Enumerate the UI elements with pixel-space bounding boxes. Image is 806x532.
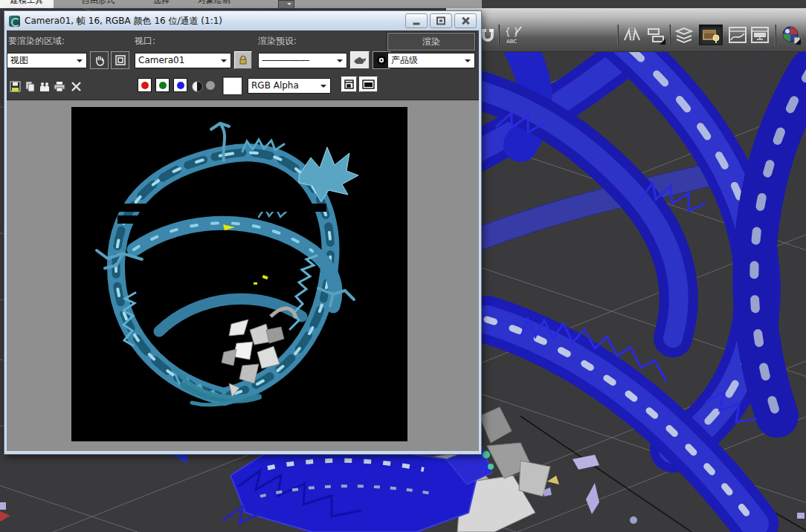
- edit-region-hand-icon[interactable]: [90, 51, 109, 69]
- render-setup-teapot-icon[interactable]: [350, 51, 370, 69]
- minimize-button[interactable]: [405, 13, 428, 28]
- ribbon-tab-modeling[interactable]: 建模工具: [0, 0, 54, 8]
- ribbon-tabs: 建模工具 自由形式 选择 对象绘制: [0, 0, 482, 8]
- preset-label: 渲染预设:: [258, 35, 297, 48]
- viewport-combo[interactable]: Camera01: [135, 53, 231, 68]
- toggle-ui-icon[interactable]: [359, 77, 378, 92]
- lock-viewport-icon[interactable]: [234, 51, 252, 69]
- print-image-icon[interactable]: [53, 80, 66, 93]
- window-title: Camera01, 帧 16, RGBA 颜色 16 位/通道 (1:1): [25, 15, 403, 27]
- align-icon[interactable]: [645, 25, 666, 45]
- main-toolbar: { } ABC 创建选择集: [446, 8, 806, 52]
- render-window-icon: [9, 16, 20, 27]
- viewport-label: 视口:: [135, 35, 155, 48]
- clear-image-icon[interactable]: [69, 80, 83, 93]
- ribbon-minimize-icon[interactable]: [278, 0, 294, 8]
- render-quality-combo[interactable]: 产品级: [387, 53, 475, 68]
- background-color-swatch[interactable]: [222, 77, 242, 95]
- svg-text:ABC: ABC: [506, 39, 517, 45]
- close-button[interactable]: [454, 13, 477, 28]
- area-to-render-combo[interactable]: 视图: [7, 53, 87, 68]
- window-titlebar[interactable]: Camera01, 帧 16, RGBA 颜色 16 位/通道 (1:1): [4, 11, 481, 30]
- ribbon-tab-objectpaint[interactable]: 对象绘制: [187, 0, 241, 8]
- area-to-render-label: 要渲染的区域:: [8, 35, 65, 48]
- channel-display-combo[interactable]: RGB Alpha: [248, 78, 331, 94]
- edit-named-selections-icon[interactable]: { } ABC: [503, 25, 523, 45]
- auto-region-icon[interactable]: [111, 51, 129, 69]
- red-channel-icon[interactable]: [138, 78, 152, 92]
- alpha-channel-icon[interactable]: [206, 81, 215, 90]
- rendered-dragon-image: [71, 107, 407, 441]
- curve-editor-icon[interactable]: [727, 25, 748, 45]
- rendered-image-canvas: [71, 107, 407, 441]
- save-image-icon[interactable]: [8, 80, 22, 93]
- window-content: 要渲染的区域: 视口: 渲染预设: 渲染 视图 Camera01: [7, 30, 479, 451]
- layer-manager-icon[interactable]: [674, 25, 694, 45]
- toggle-ui-overlays-icon[interactable]: [341, 77, 357, 92]
- maximize-button[interactable]: [430, 13, 452, 28]
- ribbon-tab-strip: 建模工具 自由形式 选择 对象绘制: [0, 0, 806, 8]
- render-controls-panel: 要渲染的区域: 视口: 渲染预设: 渲染 视图 Camera01: [7, 30, 479, 100]
- copy-image-icon[interactable]: [23, 80, 36, 93]
- ribbon-tab-selection[interactable]: 选择: [143, 0, 180, 8]
- graphite-modeling-toggle-icon[interactable]: [699, 25, 723, 45]
- mirror-icon[interactable]: [622, 25, 642, 45]
- schematic-view-icon[interactable]: [749, 25, 770, 45]
- monochrome-icon[interactable]: [192, 81, 203, 92]
- rendered-frame-window: Camera01, 帧 16, RGBA 颜色 16 位/通道 (1:1) 要渲…: [4, 10, 482, 455]
- render-button[interactable]: 渲染: [387, 33, 475, 51]
- blue-channel-icon[interactable]: [173, 78, 187, 92]
- green-channel-icon[interactable]: [155, 78, 170, 92]
- material-editor-icon[interactable]: [781, 25, 802, 45]
- ribbon-tab-freeform[interactable]: 自由形式: [71, 0, 125, 8]
- clone-window-icon[interactable]: [38, 80, 51, 93]
- preset-combo[interactable]: -------------------: [258, 53, 347, 68]
